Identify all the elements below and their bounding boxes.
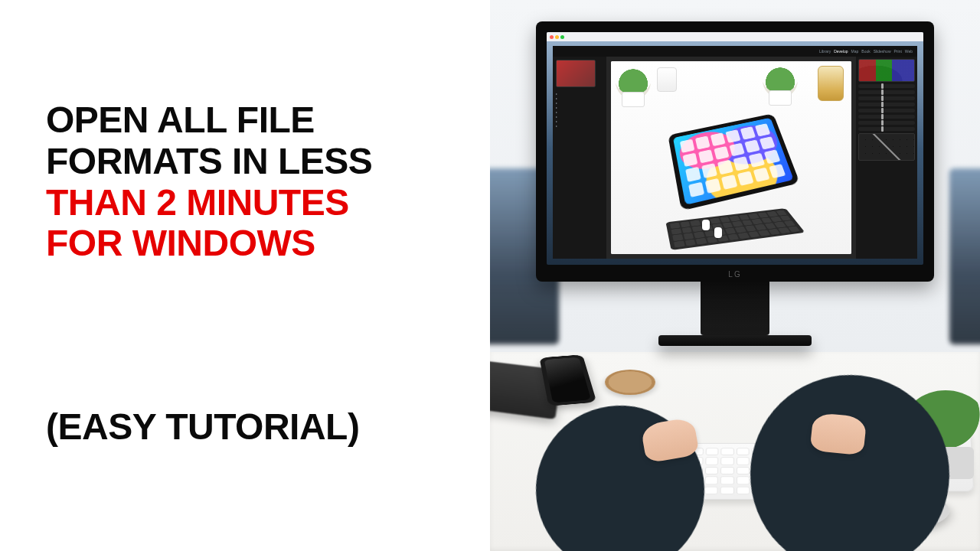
headline-line-2: formats in less bbox=[46, 141, 475, 182]
earbud-icon bbox=[714, 227, 722, 238]
mac-menubar bbox=[547, 32, 923, 41]
plant-icon bbox=[763, 63, 798, 98]
tone-curve bbox=[858, 133, 915, 161]
jar-icon bbox=[818, 66, 844, 101]
monitor: Library Develop Map Book Slideshow Print… bbox=[536, 21, 934, 346]
slider bbox=[858, 90, 915, 94]
desk-scene: Library Develop Map Book Slideshow Print… bbox=[490, 0, 980, 551]
traffic-light-min-icon bbox=[555, 35, 559, 39]
monitor-screen: Library Develop Map Book Slideshow Print… bbox=[547, 32, 923, 265]
slider bbox=[858, 121, 915, 125]
module-web: Web bbox=[905, 49, 913, 54]
monitor-neck bbox=[701, 282, 769, 335]
background-monitor-right bbox=[949, 168, 980, 344]
slider bbox=[858, 115, 915, 119]
monitor-base bbox=[658, 335, 812, 346]
monitor-brand-label: LG bbox=[728, 270, 741, 279]
plant-icon bbox=[616, 64, 651, 99]
slider bbox=[858, 103, 915, 106]
thumbnail-headline: Open all file formats in less than 2 min… bbox=[46, 99, 475, 264]
histogram bbox=[858, 59, 915, 82]
cup-icon bbox=[657, 67, 677, 92]
monitor-frame: Library Develop Map Book Slideshow Print… bbox=[536, 21, 934, 282]
app-canvas bbox=[606, 57, 856, 259]
thumbnail-subheadline: (Easy Tutorial) bbox=[46, 406, 359, 448]
edited-photo bbox=[611, 61, 851, 254]
slider bbox=[858, 84, 915, 88]
slider bbox=[858, 109, 915, 112]
app-right-panel bbox=[856, 57, 917, 259]
module-develop: Develop bbox=[834, 49, 848, 54]
preset-list: ▸▸▸▸▸▸▸▸ bbox=[556, 92, 603, 129]
traffic-light-close-icon bbox=[550, 35, 554, 39]
headline-line-3: than 2 minutes bbox=[46, 182, 475, 223]
module-slideshow: Slideshow bbox=[874, 49, 891, 54]
module-print: Print bbox=[894, 49, 902, 54]
earbud-icon bbox=[702, 220, 710, 230]
module-map: Map bbox=[851, 49, 859, 54]
slider bbox=[858, 96, 915, 100]
navigator-thumbnail bbox=[556, 60, 596, 87]
app-left-panel: ▸▸▸▸▸▸▸▸ bbox=[553, 57, 606, 259]
headline-line-4: for Windows bbox=[46, 223, 475, 264]
traffic-light-max-icon bbox=[560, 35, 564, 39]
headline-line-1: Open all file bbox=[46, 99, 475, 141]
module-library: Library bbox=[819, 49, 831, 54]
app-module-tabs: Library Develop Map Book Slideshow Print… bbox=[553, 46, 917, 57]
photo-editor-window: Library Develop Map Book Slideshow Print… bbox=[553, 46, 917, 259]
module-book: Book bbox=[861, 49, 870, 54]
slider bbox=[858, 127, 915, 131]
